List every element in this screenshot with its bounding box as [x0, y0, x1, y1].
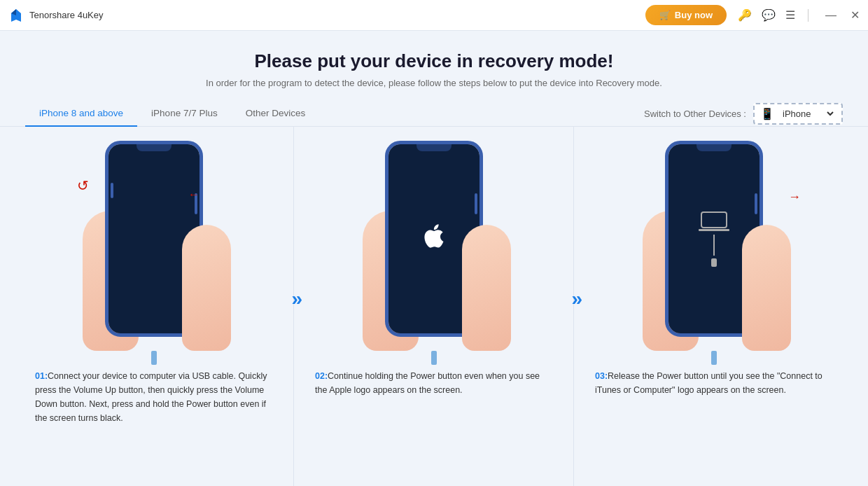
step3-notch: [696, 144, 732, 151]
step-3: → 03:Release the Power button until you …: [574, 127, 854, 486]
buy-button[interactable]: 🛒 Buy now: [645, 5, 727, 25]
step1-desc: 01:Connect your device to computer via U…: [21, 365, 287, 432]
tab-other-devices[interactable]: Other Devices: [232, 101, 320, 127]
step3-hand-right: [742, 225, 791, 351]
cart-icon: 🛒: [659, 10, 671, 20]
step1-num: 01:: [35, 371, 48, 381]
page-title: Please put your device in recovery mode!: [14, 50, 854, 72]
menu-icon[interactable]: ☰: [785, 8, 795, 22]
device-select[interactable]: iPhone iPad iPod: [780, 108, 836, 120]
chat-icon[interactable]: 💬: [762, 8, 776, 22]
step3-power-btn: [755, 193, 757, 214]
step1-hand-right: [182, 225, 231, 351]
minimize-button[interactable]: —: [825, 9, 836, 22]
page-header: Please put your device in recovery mode!…: [0, 31, 868, 101]
step3-usb: [711, 351, 717, 365]
apple-logo: [420, 222, 448, 256]
restore-icon: [699, 211, 729, 267]
step1-usb: [151, 351, 157, 365]
step2-hand-right: [462, 225, 511, 351]
step2-num: 02:: [315, 371, 328, 381]
close-button[interactable]: ✕: [850, 8, 860, 22]
tabs-row: iPhone 8 and above iPhone 7/7 Plus Other…: [0, 101, 868, 127]
tab-iphone8-above[interactable]: iPhone 8 and above: [25, 101, 137, 127]
step2-phone: [350, 134, 518, 351]
step-2: 02:Continue holding the Power button eve…: [294, 127, 574, 486]
step3-side-arrow: →: [788, 190, 801, 204]
step2-notch: [416, 144, 451, 151]
step1-power-arrow: ←: [188, 188, 200, 201]
switch-other-devices: Switch to Other Devices : 📱 iPhone iPad …: [644, 103, 843, 125]
main-content: Please put your device in recovery mode!…: [0, 31, 868, 486]
app-logo: Tenorshare 4uKey: [8, 8, 104, 23]
svg-rect-3: [699, 229, 729, 231]
step2-usb: [431, 351, 437, 365]
steps-area: ↺ ← 01:Connect your device to computer v…: [0, 127, 868, 486]
step2-desc: 02:Continue holding the Power button eve…: [301, 365, 567, 404]
app-name: Tenorshare 4uKey: [29, 10, 104, 20]
titlebar: Tenorshare 4uKey 🛒 Buy now 🔑 💬 ☰ — ✕: [0, 0, 868, 31]
svg-rect-2: [701, 212, 727, 228]
step2-power-btn: [475, 193, 477, 214]
cable-line: [713, 235, 715, 256]
step1-phone: ↺ ←: [70, 134, 238, 351]
device-select-wrapper: 📱 iPhone iPad iPod: [753, 103, 843, 125]
laptop-icon: [699, 211, 729, 232]
step1-vol-arrow: ↺: [77, 177, 89, 194]
tab-iphone7[interactable]: iPhone 7/7 Plus: [137, 101, 232, 127]
plug-icon: [711, 258, 717, 267]
switch-label: Switch to Other Devices :: [644, 109, 746, 119]
step1-notch: [136, 144, 172, 151]
key-icon[interactable]: 🔑: [738, 8, 752, 22]
titlebar-icons: 🔑 💬 ☰ — ✕: [738, 8, 860, 22]
step3-desc: 03:Release the Power button until you se…: [581, 365, 847, 404]
step1-vol-btn: [111, 183, 113, 198]
step-1: ↺ ← 01:Connect your device to computer v…: [14, 127, 294, 486]
phone-select-icon: 📱: [760, 107, 774, 120]
titlebar-divider: [808, 9, 808, 22]
step3-phone: →: [630, 134, 798, 351]
page-subtitle: In order for the program to detect the d…: [14, 78, 854, 88]
step3-num: 03:: [595, 371, 608, 381]
tabs: iPhone 8 and above iPhone 7/7 Plus Other…: [25, 101, 319, 126]
logo-icon: [8, 8, 24, 23]
